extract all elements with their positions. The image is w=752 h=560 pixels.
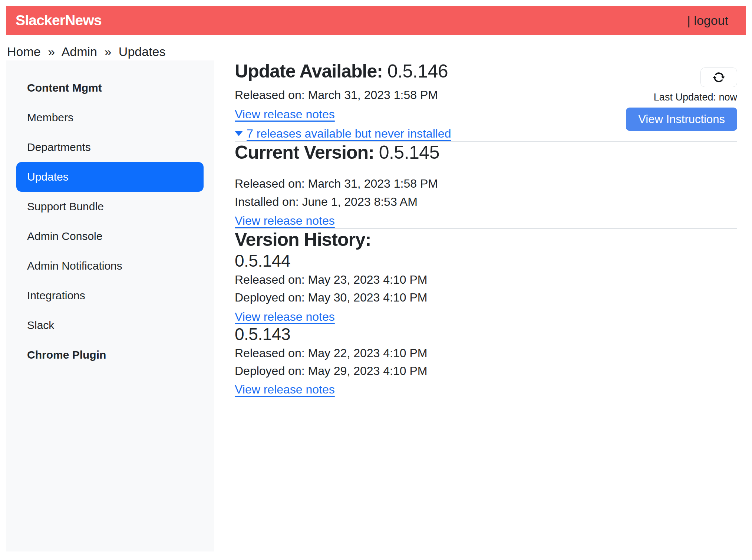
view-instructions-button[interactable]: View Instructions bbox=[626, 108, 737, 131]
app-header: SlackerNews | logout bbox=[6, 6, 746, 35]
history-version-number: 0.5.143 bbox=[235, 324, 737, 344]
sidebar-item-content-mgmt[interactable]: Content Mgmt bbox=[6, 73, 214, 103]
never-installed-label: 7 releases available but never installed bbox=[247, 126, 451, 141]
never-installed-toggle[interactable]: 7 releases available but never installed bbox=[235, 126, 451, 141]
current-release-notes-link[interactable]: View release notes bbox=[235, 213, 335, 228]
arrow-repeat-icon bbox=[713, 71, 725, 83]
breadcrumb: Home » Admin » Updates bbox=[7, 45, 166, 59]
sidebar-item-departments[interactable]: Departments bbox=[6, 132, 214, 162]
caret-down-icon bbox=[235, 131, 243, 136]
current-version-label: Current Version: bbox=[235, 142, 374, 163]
logout-link[interactable]: | logout bbox=[687, 13, 728, 28]
current-released-on: Released on: March 31, 2023 1:58 PM bbox=[235, 177, 438, 190]
main-content: Last Updated: now View Instructions Upda… bbox=[235, 60, 737, 397]
current-installed-on: Installed on: June 1, 2023 8:53 AM bbox=[235, 195, 418, 208]
sidebar-item-chrome-plugin[interactable]: Chrome Plugin bbox=[6, 340, 214, 370]
update-available-version: 0.5.146 bbox=[387, 61, 448, 82]
history-released-on: Released on: May 22, 2023 4:10 PM bbox=[235, 346, 427, 360]
sidebar-item-slack[interactable]: Slack bbox=[6, 310, 214, 340]
breadcrumb-updates[interactable]: Updates bbox=[119, 45, 166, 59]
history-entry-dates: Released on: May 22, 2023 4:10 PM Deploy… bbox=[235, 344, 737, 380]
current-version-number: 0.5.145 bbox=[379, 142, 439, 163]
sidebar-item-admin-console[interactable]: Admin Console bbox=[6, 221, 214, 251]
version-history-entry: 0.5.144 Released on: May 23, 2023 4:10 P… bbox=[235, 251, 737, 324]
history-released-on: Released on: May 23, 2023 4:10 PM bbox=[235, 273, 427, 286]
breadcrumb-admin[interactable]: Admin bbox=[62, 45, 97, 59]
sidebar-item-admin-notifications[interactable]: Admin Notifications bbox=[6, 251, 214, 281]
history-entry-dates: Released on: May 23, 2023 4:10 PM Deploy… bbox=[235, 271, 737, 306]
breadcrumb-home[interactable]: Home bbox=[7, 45, 41, 59]
current-version-dates: Released on: March 31, 2023 1:58 PM Inst… bbox=[235, 175, 737, 211]
updates-admin-page: SlackerNews | logout Home » Admin » Upda… bbox=[0, 0, 752, 560]
history-deployed-on: Deployed on: May 29, 2023 4:10 PM bbox=[235, 364, 427, 378]
admin-sidebar: Content Mgmt Members Departments Updates… bbox=[6, 60, 214, 551]
history-version-number: 0.5.144 bbox=[235, 251, 737, 271]
sidebar-item-integrations[interactable]: Integrations bbox=[6, 281, 214, 310]
last-updated-text: Last Updated: now bbox=[654, 92, 737, 103]
sidebar-item-updates[interactable]: Updates bbox=[16, 162, 204, 192]
refresh-button[interactable] bbox=[700, 67, 737, 87]
history-release-notes-link[interactable]: View release notes bbox=[235, 309, 335, 324]
sidebar-item-support-bundle[interactable]: Support Bundle bbox=[6, 192, 214, 221]
brand-logo: SlackerNews bbox=[16, 12, 102, 29]
version-history-title: Version History: bbox=[235, 229, 737, 251]
breadcrumb-separator: » bbox=[104, 45, 111, 59]
breadcrumb-separator: » bbox=[48, 45, 55, 59]
update-controls: Last Updated: now View Instructions bbox=[626, 67, 737, 131]
update-release-notes-link[interactable]: View release notes bbox=[235, 107, 335, 122]
version-history-entry: 0.5.143 Released on: May 22, 2023 4:10 P… bbox=[235, 324, 737, 397]
current-version-title: Current Version: 0.5.145 bbox=[235, 142, 737, 164]
sidebar-item-members[interactable]: Members bbox=[6, 103, 214, 132]
update-available-label: Update Available: bbox=[235, 61, 383, 82]
history-deployed-on: Deployed on: May 30, 2023 4:10 PM bbox=[235, 291, 427, 304]
history-release-notes-link[interactable]: View release notes bbox=[235, 382, 335, 397]
